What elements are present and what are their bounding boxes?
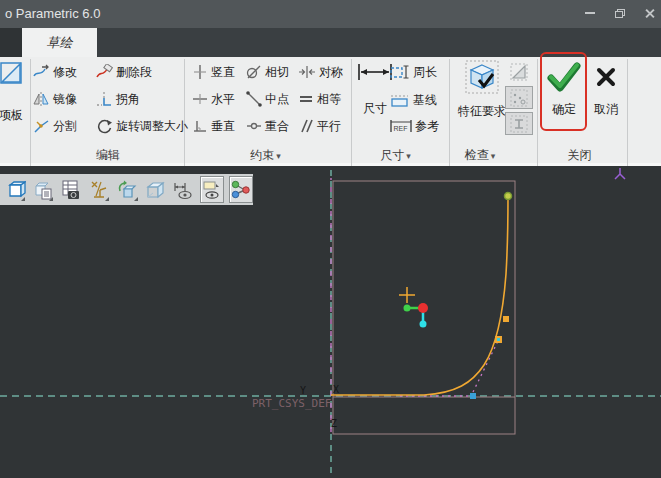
perimeter-icon — [390, 64, 410, 81]
parallel-constraint-button[interactable]: 平行 — [298, 117, 341, 135]
baseline-icon — [390, 92, 410, 109]
file-menu-edge — [0, 28, 22, 57]
corner-button[interactable]: 拐角 — [96, 90, 140, 108]
perpendicular-constraint-button[interactable]: 垂直 — [192, 117, 235, 135]
ok-button[interactable]: 确定 — [545, 62, 583, 118]
display-style-icon — [144, 179, 166, 201]
midpoint-constraint-icon — [246, 91, 262, 107]
axis-label-y: Y — [300, 385, 306, 396]
feature-requirements-icon — [465, 60, 499, 94]
csys-name-label[interactable]: PRT_CSYS_DEF — [252, 397, 331, 410]
divide-icon — [33, 118, 50, 134]
tab-sketch[interactable]: 草绘 — [22, 28, 97, 57]
delete-segment-icon — [96, 64, 113, 80]
refit-button[interactable] — [3, 178, 26, 202]
mirror-button[interactable]: 镜像 — [33, 90, 77, 108]
restore-button[interactable] — [608, 0, 632, 26]
midpoint-constraint-button[interactable]: 中点 — [246, 90, 289, 108]
equal-label: 相等 — [317, 91, 341, 108]
constraints-dropdown-icon: ▾ — [276, 151, 281, 161]
modify-label: 修改 — [53, 64, 77, 81]
dropdown-corner-icon — [105, 197, 109, 201]
sketch-display-icon — [202, 180, 222, 200]
vertical-label: 竖直 — [211, 64, 235, 81]
highlight-open-ends-icon — [509, 114, 529, 134]
axis-label-z: Z — [331, 418, 337, 429]
equal-constraint-icon — [298, 91, 314, 107]
baseline-label: 基线 — [413, 92, 437, 109]
divide-button[interactable]: 分割 — [33, 117, 77, 135]
coincident-constraint-button[interactable]: 重合 — [246, 117, 289, 135]
perimeter-button[interactable]: 周长 — [390, 63, 437, 81]
symmetric-constraint-button[interactable]: 对称 — [298, 63, 343, 81]
group-label-close: 关闭 — [552, 147, 607, 164]
datum-marker-icon[interactable] — [615, 168, 625, 179]
dimension-dropdown-icon: ▾ — [406, 151, 411, 161]
spline-endpoint[interactable] — [505, 193, 512, 200]
horizontal-label: 水平 — [211, 91, 235, 108]
csys-origin-handle[interactable] — [418, 303, 428, 313]
reference-label: 参考 — [415, 118, 439, 135]
close-window-button[interactable] — [637, 0, 661, 26]
parallel-label: 平行 — [317, 118, 341, 135]
axis-label-x: X — [333, 384, 339, 395]
group-label-inspect[interactable]: 检查▾ — [450, 147, 510, 164]
mirror-label: 镜像 — [53, 91, 77, 108]
vertical-constraint-button[interactable]: 竖直 — [192, 63, 235, 81]
view-manager-icon — [60, 179, 82, 201]
baseline-button[interactable]: 基线 — [390, 91, 437, 109]
palette-icon — [0, 61, 23, 85]
csys-y-handle[interactable] — [420, 321, 427, 328]
csys-x-handle[interactable] — [404, 305, 411, 312]
delete-segment-button[interactable]: 删除段 — [96, 63, 152, 81]
symmetric-label: 对称 — [319, 64, 343, 81]
perpendicular-constraint-icon — [192, 118, 208, 134]
view-manager-button[interactable] — [59, 178, 82, 202]
palette-button[interactable]: 项板 — [0, 61, 28, 124]
equal-constraint-button[interactable]: 相等 — [298, 90, 341, 108]
sketch-canvas[interactable]: Y X Z PRT_CSYS_DEF — [0, 166, 661, 478]
modify-button[interactable]: 修改 — [33, 63, 77, 81]
spline-point-selected-center — [497, 338, 500, 341]
saved-orientations-button[interactable] — [31, 178, 54, 202]
overlapping-geometry-icon — [509, 88, 529, 108]
dimension-button[interactable]: 尺寸 — [356, 63, 394, 117]
creo-parametric-window: o Parametric 6.0 草绘 ▾ ? — [0, 0, 661, 478]
spline-point[interactable] — [503, 316, 509, 322]
dropdown-corner-icon — [134, 197, 138, 201]
tangent-constraint-button[interactable]: 相切 — [246, 63, 289, 81]
inspect-dropdown-icon: ▾ — [491, 151, 496, 161]
svg-text:REF: REF — [394, 125, 408, 132]
overlapping-geometry-button[interactable] — [505, 86, 533, 109]
dropdown-corner-icon — [21, 197, 25, 201]
close-icon — [644, 8, 655, 19]
reorient-button[interactable] — [115, 178, 138, 202]
rotate-resize-label: 旋转调整大小 — [116, 118, 188, 135]
annotation-display-icon — [172, 179, 194, 201]
datum-display-filters-button[interactable] — [229, 176, 253, 203]
group-label-constraints[interactable]: 约束▾ — [188, 147, 343, 164]
ok-label: 确定 — [552, 101, 576, 118]
spline-axis-point[interactable] — [470, 393, 476, 399]
palette-label: 项板 — [0, 107, 23, 124]
feature-requirements-button[interactable]: 特征要求 — [455, 60, 509, 120]
horizontal-constraint-icon — [192, 91, 208, 107]
sketch-spline[interactable] — [331, 196, 508, 395]
tangent-constraint-icon — [246, 64, 262, 80]
horizontal-constraint-button[interactable]: 水平 — [192, 90, 235, 108]
reference-dimension-button[interactable]: REF 参考 — [390, 117, 439, 135]
cancel-button[interactable]: 取消 — [590, 66, 622, 118]
delete-segment-label: 删除段 — [116, 64, 152, 81]
tangent-label: 相切 — [265, 64, 289, 81]
perimeter-label: 周长 — [413, 64, 437, 81]
display-style-button[interactable] — [144, 178, 167, 202]
minimize-button[interactable] — [578, 0, 602, 26]
selection-cross-icon — [399, 287, 415, 303]
highlight-open-ends-button[interactable] — [505, 112, 533, 135]
cancel-x-icon — [595, 66, 617, 88]
annotation-display-button[interactable] — [172, 178, 195, 202]
group-label-dimension[interactable]: 尺寸▾ — [353, 147, 438, 164]
sketch-display-filters-button[interactable] — [200, 176, 224, 203]
rotate-resize-button[interactable]: 旋转调整大小 — [96, 117, 188, 135]
datum-display-button[interactable] — [87, 178, 110, 202]
